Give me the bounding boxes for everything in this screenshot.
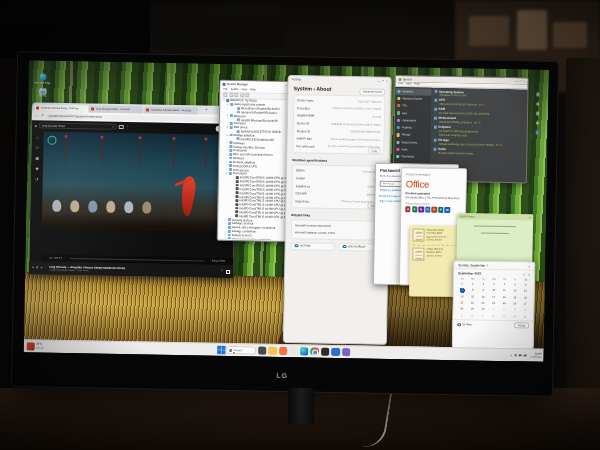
expand-icon[interactable]: › — [224, 229, 227, 232]
menu-item[interactable]: View — [241, 88, 247, 91]
menu-item[interactable]: Help — [414, 83, 419, 86]
taskbar-app-icon[interactable] — [279, 347, 288, 356]
fullscreen-icon[interactable] — [226, 269, 230, 273]
calendar-day[interactable]: 10 — [509, 313, 520, 319]
browser-tab[interactable]: Tang Dynasty Music - YouTube — [89, 105, 143, 113]
expand-icon[interactable]: › — [224, 226, 227, 229]
sidebar-nav-icon[interactable]: ↺ — [35, 178, 38, 182]
close-icon[interactable]: × — [386, 79, 388, 82]
maximize-icon[interactable]: □ — [520, 80, 522, 83]
browser-tab[interactable]: Traditional Chinese Music - YouTube — [144, 106, 198, 114]
device-tree-row[interactable]: › Universal Serial Bus controllers — [219, 237, 294, 240]
expand-icon[interactable]: ∨ — [226, 103, 229, 106]
close-icon[interactable]: × — [523, 80, 525, 83]
expand-icon[interactable]: ∨ — [222, 99, 225, 102]
weather-widget[interactable]: 21°C Cloudy — [27, 342, 44, 350]
menu-item[interactable]: File — [223, 88, 227, 91]
taskbar-app-icon[interactable] — [310, 347, 319, 356]
video-player[interactable] — [42, 131, 236, 231]
expand-icon[interactable]: › — [224, 218, 227, 221]
reload-icon[interactable]: ↺ — [41, 114, 44, 118]
sidebar-app-icon[interactable] — [536, 121, 540, 125]
link-row[interactable]: Microsoft Software License Terms › — [295, 229, 379, 238]
expand-icon[interactable]: › — [225, 164, 228, 167]
minimize-icon[interactable]: — — [377, 79, 380, 82]
desktop-icon-edge[interactable]: Microsoft Edge — [32, 73, 54, 84]
desktop-icon-this-pc[interactable]: This PC — [31, 88, 53, 98]
volume-icon[interactable] — [519, 354, 522, 357]
expand-icon[interactable]: › — [225, 156, 228, 159]
menu-item[interactable]: Help — [250, 88, 256, 91]
focus-duration[interactable]: 30 mins — [457, 323, 471, 327]
minimize-icon[interactable]: — — [515, 80, 518, 83]
pause-icon[interactable]: ‖ — [37, 266, 38, 269]
battery-icon[interactable] — [524, 354, 527, 357]
menu-item[interactable]: View — [406, 82, 412, 85]
network-icon[interactable] — [514, 354, 517, 357]
calendar-day[interactable]: 7 — [477, 313, 488, 319]
taskbar-app-icon[interactable] — [321, 347, 330, 356]
player-menu-icon[interactable]: ⋮ — [220, 270, 223, 273]
previous-icon[interactable]: « — [32, 266, 34, 269]
browser-tab[interactable]: Beautiful Chinese Song - YouTube — [34, 104, 88, 112]
calendar-day[interactable]: 8 — [488, 313, 499, 319]
taskbar-app-icon[interactable] — [289, 347, 298, 356]
sidebar-nav-icon[interactable]: ◉ — [35, 168, 38, 172]
start-button[interactable] — [217, 346, 221, 350]
maximize-icon[interactable]: □ — [382, 79, 384, 82]
expand-icon[interactable]: › — [224, 237, 227, 240]
focus-button[interactable]: Focus — [514, 322, 529, 328]
expand-icon[interactable]: › — [226, 122, 229, 125]
expand-icon[interactable]: › — [224, 233, 227, 236]
sidebar-nav-icon[interactable]: ⌂ — [36, 136, 38, 140]
new-tab-button[interactable]: + — [205, 108, 207, 112]
taskbar-app-icon[interactable] — [258, 346, 267, 355]
expand-icon[interactable]: › — [225, 168, 228, 171]
expand-icon[interactable]: › — [225, 141, 228, 144]
taskbar-app-icon[interactable] — [300, 347, 309, 356]
clear-search-icon[interactable]: × — [112, 125, 114, 129]
toolbar-button[interactable] — [223, 93, 227, 97]
expand-icon[interactable]: › — [225, 160, 228, 163]
toolbar-button[interactable] — [245, 93, 249, 97]
sidebar-nav-icon[interactable]: ▦ — [35, 157, 38, 161]
calendar-day[interactable]: 5 — [456, 312, 467, 318]
menu-item[interactable]: File — [399, 82, 403, 85]
clock[interactable]: 21:04 07/09/2025 — [530, 353, 542, 359]
tray-overflow-icon[interactable]: ∧ — [510, 353, 512, 357]
taskbar-app-icon[interactable] — [268, 346, 277, 355]
sidebar-nav-icon[interactable]: ▷ — [36, 147, 39, 151]
expand-icon[interactable]: › — [225, 153, 228, 156]
sidebar-app-icon[interactable] — [536, 112, 540, 116]
menu-item[interactable]: Action — [231, 88, 239, 91]
related-label[interactable]: RELATED — [212, 260, 226, 263]
calendar-day[interactable]: 6 — [467, 312, 478, 318]
taskbar-search[interactable]: Search — [226, 346, 256, 355]
get-help-button[interactable]: Get help — [291, 242, 335, 251]
expand-icon[interactable]: ∨ — [226, 133, 229, 136]
sidebar-app-icon[interactable] — [536, 102, 540, 106]
close-icon[interactable]: × — [529, 215, 531, 219]
back-icon[interactable]: ‹ — [35, 114, 36, 118]
up-next-label[interactable]: UP NEXT — [49, 257, 62, 260]
cast-icon[interactable] — [119, 125, 124, 129]
expand-icon[interactable]: › — [225, 149, 228, 152]
expand-icon[interactable]: ∨ — [225, 172, 228, 175]
calendar-day[interactable]: 9 — [499, 313, 510, 319]
expand-icon[interactable]: › — [225, 145, 228, 148]
youtube-search-input[interactable]: tang dynasty music × — [39, 122, 117, 130]
copy-button[interactable]: Copy — [368, 148, 380, 154]
taskbar-app-icon[interactable] — [342, 348, 351, 357]
taskbar-app-icon[interactable] — [331, 348, 340, 357]
more-options-icon[interactable]: ⋮ — [126, 125, 130, 129]
menu-icon[interactable]: ≡ — [35, 123, 37, 128]
next-month-icon[interactable]: ∨ — [528, 272, 530, 276]
copilot-icon[interactable] — [535, 131, 539, 135]
collapse-chevron-icon[interactable]: ∨ — [528, 264, 530, 268]
toolbar-button[interactable] — [229, 93, 233, 97]
sidebar-app-icon[interactable] — [536, 93, 540, 97]
expand-icon[interactable]: ∨ — [226, 114, 229, 117]
expand-icon[interactable]: ∨ — [226, 126, 229, 129]
calendar-day[interactable]: 11 — [520, 313, 531, 319]
prev-month-icon[interactable]: ∧ — [523, 272, 525, 276]
